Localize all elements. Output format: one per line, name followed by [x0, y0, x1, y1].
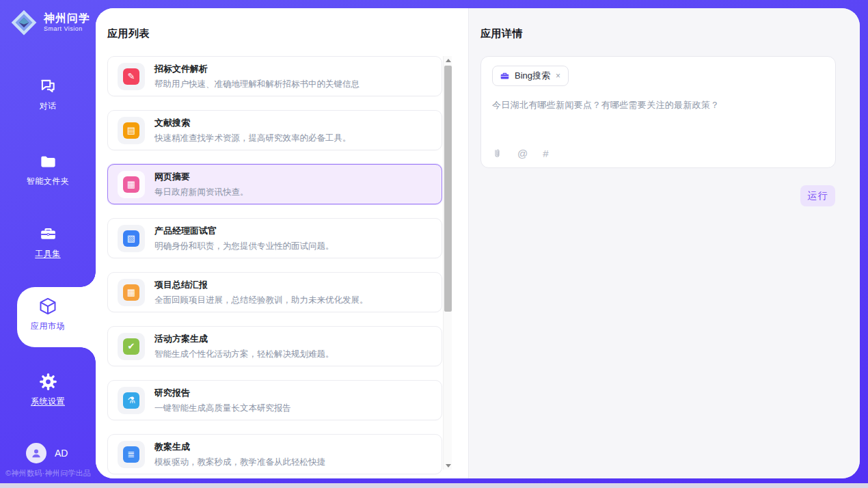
app-card-pm-interviewer[interactable]: ▧ 产品经理面试官 明确身份和职责，为您提供专业性的面试问题。: [107, 218, 442, 258]
scroll-up-arrow[interactable]: [444, 56, 452, 64]
diamond-logo-icon: [10, 8, 38, 37]
sidebar-item-label: 智能文件夹: [27, 176, 70, 187]
run-button[interactable]: 运行: [800, 185, 835, 206]
app-desc: 明确身份和职责，为您提供专业性的面试问题。: [154, 241, 334, 252]
app-name: 文献搜索: [154, 117, 351, 129]
copyright-text: ©神州数码·神州问学出品: [5, 468, 97, 478]
app-card-lesson-plan[interactable]: ≣ 教案生成 模板驱动，教案秒成，教学准备从此轻松快捷: [107, 434, 442, 474]
app-name: 产品经理面试官: [154, 225, 334, 237]
briefcase-icon: [500, 71, 510, 81]
avatar: [26, 443, 46, 463]
app-name: 教案生成: [154, 441, 325, 453]
app-name: 网页摘要: [154, 171, 249, 183]
user-account[interactable]: AD: [26, 443, 68, 463]
books-icon: ≣: [118, 441, 145, 468]
app-list-scrollbar[interactable]: [443, 56, 452, 470]
query-input[interactable]: 今日湖北有哪些新闻要点？有哪些需要关注的最新政策？: [492, 99, 820, 154]
app-card-literature-search[interactable]: ▤ 文献搜索 快速精准查找学术资源，提高研究效率的必备工具。: [107, 110, 442, 150]
app-desc: 一键智能生成高质量长文本研究报告: [154, 403, 291, 414]
input-toolbar: @ #: [492, 148, 549, 159]
icon-glyph: ≣: [128, 450, 135, 459]
app-card-list: ✎ 招标文件解析 帮助用户快速、准确地理解和解析招标书中的关键信息 ▤ 文献搜索…: [107, 56, 442, 478]
clipboard-check-icon: ✔: [118, 333, 145, 360]
scroll-down-arrow[interactable]: [444, 461, 452, 470]
app-desc: 帮助用户快速、准确地理解和解析招标书中的关键信息: [154, 79, 360, 90]
attachment-icon[interactable]: [492, 148, 502, 159]
brand-subtitle: Smart Vision: [44, 26, 90, 32]
scrollbar-thumb[interactable]: [444, 66, 452, 312]
blob-curve-bottom: [81, 347, 96, 362]
icon-glyph: ✎: [128, 72, 135, 81]
folder-icon: [38, 152, 57, 171]
tool-chip-bing-search[interactable]: Bing搜索 ×: [492, 66, 569, 86]
app-name: 项目总结汇报: [154, 279, 368, 291]
sidebar-item-toolkit[interactable]: 工具集: [0, 224, 96, 260]
brand-text: 神州问学 Smart Vision: [44, 13, 90, 32]
interview-document-icon: ▧: [118, 225, 145, 252]
app-name: 研究报告: [154, 387, 291, 399]
app-list-panel: 应用列表 ✎ 招标文件解析 帮助用户快速、准确地理解和解析招标书中的关键信息 ▤: [96, 8, 468, 478]
sidebar-item-label: 系统设置: [31, 396, 65, 407]
app-detail-panel: 应用详情 Bing搜索 × 今日湖北有哪些新闻要点？有哪些需要关注的最新政策？: [468, 8, 860, 478]
app-list-title: 应用列表: [107, 27, 150, 40]
hashtag-icon[interactable]: #: [543, 148, 548, 159]
app-card-project-summary[interactable]: ▦ 项目总结汇报 全面回顾项目进展，总结经验教训，助力未来优化发展。: [107, 272, 442, 312]
sidebar-item-label: 对话: [40, 100, 57, 112]
app-card-research-report[interactable]: ⚗ 研究报告 一键智能生成高质量长文本研究报告: [107, 380, 442, 420]
gear-icon: [38, 372, 57, 391]
browser-window-icon: ▦: [118, 171, 145, 198]
book-icon: ▤: [118, 117, 145, 144]
icon-glyph: ▧: [127, 234, 135, 243]
app-card-web-summary[interactable]: ▦ 网页摘要 每日政府新闻资讯快查。: [107, 164, 442, 204]
prompt-card: Bing搜索 × 今日湖北有哪些新闻要点？有哪些需要关注的最新政策？ @ #: [480, 56, 836, 168]
sidebar: 神州问学 Smart Vision 对话 智能文件夹: [0, 0, 96, 488]
icon-glyph: ▦: [127, 288, 135, 297]
app-name: 活动方案生成: [154, 333, 334, 345]
icon-glyph: ⚗: [127, 396, 135, 405]
sidebar-item-settings[interactable]: 系统设置: [0, 372, 96, 407]
tool-chip-label: Bing搜索: [515, 70, 550, 82]
chat-icon: [38, 77, 57, 96]
mention-icon[interactable]: @: [517, 148, 528, 159]
chip-close-icon[interactable]: ×: [555, 71, 561, 81]
icon-glyph: ✔: [128, 342, 135, 351]
brand-logo: 神州问学 Smart Vision: [10, 8, 90, 37]
sidebar-item-label: 工具集: [35, 248, 61, 260]
sidebar-item-smart-folder[interactable]: 智能文件夹: [0, 152, 96, 187]
app-card-bid-analysis[interactable]: ✎ 招标文件解析 帮助用户快速、准确地理解和解析招标书中的关键信息: [107, 56, 442, 96]
app-detail-title: 应用详情: [480, 27, 523, 40]
user-initials: AD: [55, 448, 68, 459]
app-desc: 每日政府新闻资讯快查。: [154, 187, 249, 198]
blob-curve-top: [81, 272, 96, 287]
sidebar-item-chat[interactable]: 对话: [0, 77, 96, 112]
sidebar-item-label: 应用市场: [31, 321, 65, 332]
app-desc: 快速精准查找学术资源，提高研究效率的必备工具。: [154, 133, 351, 144]
sidebar-item-app-market[interactable]: 应用市场: [0, 297, 96, 332]
app-card-event-plan[interactable]: ✔ 活动方案生成 智能生成个性化活动方案，轻松解决规划难题。: [107, 326, 442, 366]
notepad-icon: ▦: [118, 279, 145, 306]
app-desc: 智能生成个性化活动方案，轻松解决规划难题。: [154, 349, 334, 360]
app-desc: 模板驱动，教案秒成，教学准备从此轻松快捷: [154, 457, 325, 468]
icon-glyph: ▤: [127, 126, 135, 135]
brand-name: 神州问学: [44, 13, 90, 25]
microscope-icon: ⚗: [118, 387, 145, 414]
main-panel: 应用列表 ✎ 招标文件解析 帮助用户快速、准确地理解和解析招标书中的关键信息 ▤: [96, 8, 860, 478]
app-name: 招标文件解析: [154, 63, 360, 75]
app-desc: 全面回顾项目进展，总结经验教训，助力未来优化发展。: [154, 295, 368, 306]
cube-icon: [38, 297, 57, 316]
briefcase-icon: [38, 224, 57, 243]
icon-glyph: ▦: [127, 180, 135, 189]
app-window: 神州问学 Smart Vision 对话 智能文件夹: [0, 0, 868, 488]
edit-document-icon: ✎: [118, 63, 145, 90]
bottom-edge-strip: [0, 483, 868, 488]
